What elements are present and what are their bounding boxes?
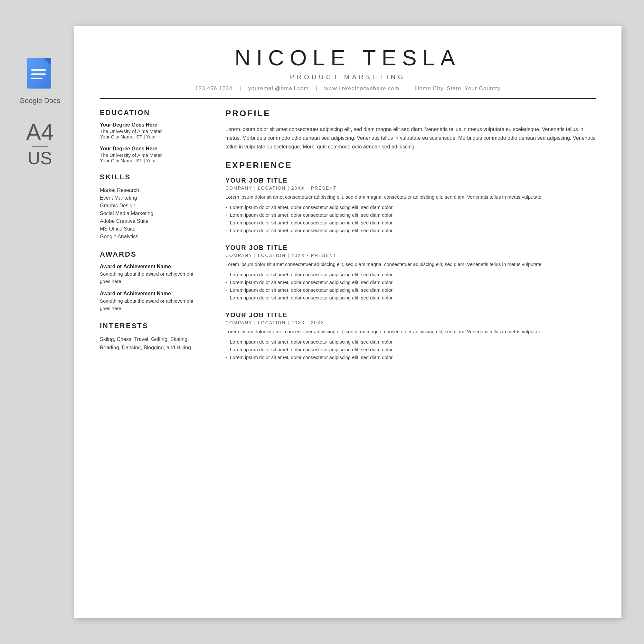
resume-header: NICOLE TESLA PRODUCT MARKETING 123.456.1…	[100, 45, 596, 99]
resume-title: PRODUCT MARKETING	[100, 73, 596, 81]
google-docs-label: Google Docs	[19, 97, 60, 105]
exp-bullet-1-2: Lorem ipsum dolor sit amet, dolor consec…	[225, 211, 596, 219]
contact-sep2: |	[316, 85, 317, 91]
exp-bullet-2-3: Lorem ipsum dolor sit amet, dolor consec…	[225, 286, 596, 294]
exp-bullet-1-1: Lorem ipsum dolor sit amet, dolor consec…	[225, 204, 596, 211]
resume-container: NICOLE TESLA PRODUCT MARKETING 123.456.1…	[74, 26, 621, 618]
award-name-1: Award or Achievement Name	[100, 264, 196, 270]
exp-company-2: COMPANY | LOCATION | 20XX - PRESENT	[225, 253, 596, 258]
profile-title: PROFILE	[225, 109, 596, 118]
exp-bullet-3-2: Lorem ipsum dolor sit amet, dolor consec…	[225, 346, 596, 354]
skill-6: MS Office Suite	[100, 225, 196, 233]
contact-email: youremail@email.com	[248, 85, 308, 91]
exp-job-title-1: YOUR JOB TITLE	[225, 177, 596, 184]
edu-school-1: The University of Alma Mater	[100, 128, 196, 134]
contact-location: Home City, State, Your Country	[415, 85, 500, 91]
edu-location-2: Your City Name, ST | Year	[100, 158, 196, 163]
size-a4: A4	[26, 121, 54, 144]
edu-school-2: The University of Alma Mater	[100, 152, 196, 158]
education-title: EDUCATION	[100, 109, 196, 117]
svg-rect-4	[31, 73, 46, 75]
exp-company-1: COMPANY | LOCATION | 20XX - PRESENT	[225, 185, 596, 191]
skills-list: Market Research Event Marketing Graphic …	[100, 186, 196, 241]
edu-entry-1: Your Degree Goes Here The University of …	[100, 122, 196, 139]
contact-sep3: |	[406, 85, 408, 91]
exp-entry-3: YOUR JOB TITLE COMPANY | LOCATION | 20XX…	[225, 311, 596, 361]
resume-contact: 123.456.1234 | youremail@email.com | www…	[100, 85, 596, 92]
resume-body: EDUCATION Your Degree Goes Here The Univ…	[100, 109, 596, 371]
profile-section: Lorem ipsum dolor sit amet consectetuer …	[225, 125, 596, 151]
exp-company-3: COMPANY | LOCATION | 20XX - 20XX	[225, 320, 596, 325]
award-desc-1: Something about the award or achievement…	[100, 270, 196, 285]
size-us: US	[27, 149, 52, 167]
resume-name: NICOLE TESLA	[100, 45, 596, 70]
right-column: PROFILE Lorem ipsum dolor sit amet conse…	[209, 109, 596, 371]
award-name-2: Award or Achievement Name	[100, 291, 196, 297]
profile-text: Lorem ipsum dolor sit amet consectetuer …	[225, 125, 596, 151]
sidebar: Google Docs A4 US	[19, 58, 60, 167]
award-desc-2: Something about the award or achievement…	[100, 298, 196, 312]
svg-rect-5	[31, 78, 43, 79]
edu-entry-2: Your Degree Goes Here The University of …	[100, 146, 196, 163]
contact-sep1: |	[240, 85, 241, 91]
exp-bullet-2-2: Lorem ipsum dolor sit amet, dolor consec…	[225, 279, 596, 286]
size-divider	[32, 146, 48, 147]
google-docs-icon	[25, 58, 54, 93]
exp-bullets-3: Lorem ipsum dolor sit amet, dolor consec…	[225, 338, 596, 361]
skill-5: Adobe Creative Suite	[100, 217, 196, 225]
exp-summary-1: Lorem ipsum dolor sit amet consectetuer …	[225, 193, 596, 201]
edu-location-1: Your City Name, ST | Year	[100, 134, 196, 139]
awards-title: AWARDS	[100, 250, 196, 259]
edu-degree-1: Your Degree Goes Here	[100, 122, 196, 128]
exp-summary-3: Lorem ipsum dolor sit amet consectetuer …	[225, 328, 596, 336]
edu-degree-2: Your Degree Goes Here	[100, 146, 196, 152]
exp-bullet-2-4: Lorem ipsum dolor sit amet, dolor consec…	[225, 294, 596, 302]
award-entry-2: Award or Achievement Name Something abou…	[100, 291, 196, 312]
exp-entry-2: YOUR JOB TITLE COMPANY | LOCATION | 20XX…	[225, 244, 596, 302]
exp-job-title-3: YOUR JOB TITLE	[225, 311, 596, 319]
exp-job-title-2: YOUR JOB TITLE	[225, 244, 596, 251]
contact-website: www.linkedinorwebsite.com	[324, 85, 399, 91]
exp-bullet-2-1: Lorem ipsum dolor sit amet, dolor consec…	[225, 271, 596, 279]
exp-entry-1: YOUR JOB TITLE COMPANY | LOCATION | 20XX…	[225, 177, 596, 234]
skill-7: Google Analytics	[100, 233, 196, 241]
award-entry-1: Award or Achievement Name Something abou…	[100, 264, 196, 285]
contact-phone: 123.456.1234	[195, 85, 232, 91]
exp-bullets-2: Lorem ipsum dolor sit amet, dolor consec…	[225, 271, 596, 302]
exp-bullet-3-3: Lorem ipsum dolor sit amet, dolor consec…	[225, 354, 596, 361]
skill-3: Graphic Design	[100, 202, 196, 210]
interests-title: INTERESTS	[100, 322, 196, 330]
svg-rect-3	[31, 69, 46, 71]
exp-bullet-3-1: Lorem ipsum dolor sit amet, dolor consec…	[225, 338, 596, 346]
skill-1: Market Research	[100, 186, 196, 194]
skill-4: Social Media Marketing	[100, 210, 196, 217]
skills-title: SKILLS	[100, 173, 196, 181]
size-labels: A4 US	[26, 121, 54, 167]
left-column: EDUCATION Your Degree Goes Here The Univ…	[100, 109, 209, 371]
exp-bullet-1-4: Lorem ipsum dolor sit amet, dolor consec…	[225, 227, 596, 234]
exp-bullet-1-3: Lorem ipsum dolor sit amet, dolor consec…	[225, 219, 596, 227]
interests-text: Skiing, Chess, Travel, Golfing, Skating,…	[100, 335, 196, 352]
exp-summary-2: Lorem ipsum dolor sit amet consectetuer …	[225, 260, 596, 268]
skill-2: Event Marketing	[100, 194, 196, 202]
exp-bullets-1: Lorem ipsum dolor sit amet, dolor consec…	[225, 204, 596, 234]
svg-rect-1	[27, 58, 51, 89]
experience-title: EXPERIENCE	[225, 160, 596, 170]
